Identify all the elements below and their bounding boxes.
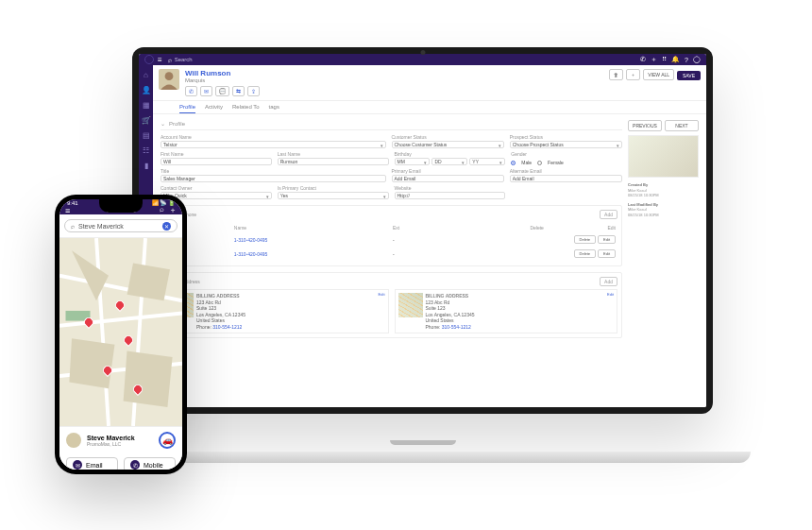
bell-icon[interactable]: 🔔 xyxy=(671,56,680,63)
contact-name: Will Rumson xyxy=(185,69,260,77)
phone-mobile-button[interactable]: ✆ Mobile xyxy=(124,457,176,470)
phone-delete-button[interactable]: Delete xyxy=(574,235,597,244)
previous-button[interactable]: PREVIOUS xyxy=(628,120,662,131)
gender-label: Gender xyxy=(511,151,622,157)
phone-number-link[interactable]: 1-310-420-0495 xyxy=(234,248,391,260)
search-icon[interactable]: ⌕ xyxy=(168,57,172,63)
map-pin-icon[interactable] xyxy=(124,335,133,345)
menu-icon[interactable]: ≡ xyxy=(158,56,162,64)
phone-delete-button[interactable]: Delete xyxy=(574,249,597,258)
prospect-status-select[interactable]: Choose Prospect Status xyxy=(510,141,622,148)
laptop-device: ≡ ⌕ Search ✆ ＋ ⠿ 🔔 ? ◯ ⌂ 👤 xyxy=(132,47,713,452)
map-pin-icon[interactable] xyxy=(133,385,143,394)
action-call-icon[interactable]: ✆ xyxy=(185,86,197,96)
first-name-input[interactable]: Will xyxy=(161,158,272,165)
created-by-label: Created By xyxy=(628,182,648,187)
nav-orders-icon[interactable]: 🛒 xyxy=(142,116,151,125)
phone-number-link[interactable]: 1-310-420-0495 xyxy=(234,233,391,246)
email-label: Email xyxy=(86,462,103,469)
profile-section-header[interactable]: ⌄ Profile xyxy=(161,120,622,130)
col-edit: Edit xyxy=(546,224,616,231)
delete-icon[interactable]: 🗑 xyxy=(609,69,623,80)
action-mail-icon[interactable]: ✉ xyxy=(200,86,212,96)
birthday-label: Birthday xyxy=(395,151,506,157)
birthday-mm[interactable]: MM xyxy=(395,158,431,165)
nav-reports-icon[interactable]: ▮ xyxy=(144,162,148,170)
phone-menu-icon[interactable]: ≡ xyxy=(65,206,70,215)
primary-email-input[interactable]: Add Email xyxy=(392,175,504,182)
laptop-bezel: ≡ ⌕ Search ✆ ＋ ⠿ 🔔 ? ◯ ⌂ 👤 xyxy=(132,47,713,414)
add-button[interactable]: ＋ xyxy=(626,69,640,80)
mail-icon: ✉ xyxy=(73,460,82,470)
viewall-button[interactable]: VIEW ALL xyxy=(643,69,674,80)
phone-icon: ✆ xyxy=(130,460,140,470)
table-row: Mobile 1-310-420-0495 - DeleteEdit xyxy=(167,233,616,246)
gender-female-radio[interactable] xyxy=(537,161,542,165)
add-icon[interactable]: ＋ xyxy=(651,55,657,64)
tab-related[interactable]: Related To xyxy=(232,104,260,113)
map-pin-icon[interactable] xyxy=(84,317,93,327)
phone-add-icon[interactable]: ＋ xyxy=(169,205,177,215)
help-icon[interactable]: ? xyxy=(685,57,688,63)
nav-calendar-icon[interactable]: ☷ xyxy=(143,146,149,155)
phone-section: Contact Phone Add Phase Name Ext xyxy=(161,205,622,266)
app-logo-icon xyxy=(144,55,154,64)
tab-activity[interactable]: Activity xyxy=(205,104,223,113)
customer-status-select[interactable]: Choose Customer Status xyxy=(392,141,504,148)
nav-contacts-icon[interactable]: 👤 xyxy=(142,86,151,94)
first-name-label: First Name xyxy=(161,151,272,157)
phone-edit-button[interactable]: Edit xyxy=(598,235,616,244)
nav-accounts-icon[interactable]: ▦ xyxy=(143,101,150,110)
title-input[interactable]: Sales Manager xyxy=(161,175,386,182)
laptop-screen: ≡ ⌕ Search ✆ ＋ ⠿ 🔔 ? ◯ ⌂ 👤 xyxy=(139,54,706,407)
account-name-select[interactable]: Telstor xyxy=(161,141,386,148)
address-phone-link[interactable]: 310-554-1212 xyxy=(212,324,242,330)
birthday-dd[interactable]: DD xyxy=(431,158,467,165)
phone-email-button[interactable]: ✉ Email xyxy=(66,457,118,470)
nav-files-icon[interactable]: ▤ xyxy=(143,131,150,140)
prospect-status-label: Prospect Status xyxy=(510,134,622,140)
modified-by-label: Last Modified By xyxy=(628,202,658,207)
next-button[interactable]: NEXT xyxy=(665,120,699,131)
directions-fab-icon[interactable]: 🚗 xyxy=(159,432,176,449)
action-chat-icon[interactable]: 💬 xyxy=(215,86,229,96)
address-phone-link[interactable]: 310-554-1212 xyxy=(442,324,471,330)
contact-owner-label: Contact Owner xyxy=(161,185,272,191)
address-add-button[interactable]: Add xyxy=(600,277,617,286)
is-primary-select[interactable]: Yes xyxy=(278,192,389,199)
tab-profile[interactable]: Profile xyxy=(179,104,195,113)
address-edit-link[interactable]: Edit xyxy=(379,292,385,297)
tabs: Profile Activity Related To tags xyxy=(153,101,706,114)
alternate-email-input[interactable]: Add Email xyxy=(510,175,622,182)
phone-search-icon[interactable]: ⌕ xyxy=(160,205,164,215)
phone-search-bar: ⌕ Steve Maverick ✕ xyxy=(59,214,182,238)
map-pin-icon[interactable] xyxy=(103,366,112,375)
birthday-yy[interactable]: YY xyxy=(469,158,505,165)
website-input[interactable]: Http:// xyxy=(395,192,506,199)
phone-map[interactable] xyxy=(59,238,182,426)
action-share-icon[interactable]: ⇪ xyxy=(247,86,260,96)
gender-male-radio[interactable] xyxy=(511,161,516,165)
action-transfer-icon[interactable]: ⇆ xyxy=(232,86,245,96)
apps-icon[interactable]: ⠿ xyxy=(662,56,667,63)
phone-edit-button[interactable]: Edit xyxy=(598,249,616,258)
dial-icon[interactable]: ✆ xyxy=(640,56,646,63)
phone-contact-row[interactable]: Steve Maverick PromoMax, LLC 🚗 xyxy=(59,427,182,453)
phone-search-input[interactable]: ⌕ Steve Maverick ✕ xyxy=(64,219,178,232)
clear-search-icon[interactable]: ✕ xyxy=(162,222,171,231)
side-panel: PREVIOUS NEXT Created By Mike Kasul 08/2… xyxy=(628,120,699,402)
address-edit-link[interactable]: Edit xyxy=(607,292,614,297)
user-icon[interactable]: ◯ xyxy=(693,56,701,63)
address-card: Edit BILLING ADDRESS 123 Abc Rd Suite 12… xyxy=(165,289,389,333)
app-topbar: ≡ ⌕ Search ✆ ＋ ⠿ 🔔 ? ◯ xyxy=(139,54,706,65)
website-label: Website xyxy=(395,185,506,191)
search-input[interactable]: Search xyxy=(175,57,640,62)
last-name-input[interactable]: Rumson xyxy=(278,158,389,165)
map-pin-icon[interactable] xyxy=(115,300,125,310)
camera-icon xyxy=(420,50,425,55)
nav-home-icon[interactable]: ⌂ xyxy=(144,71,148,79)
phone-add-button[interactable]: Add xyxy=(600,210,617,219)
tab-tags[interactable]: tags xyxy=(269,104,279,113)
address-type: BILLING ADDRESS xyxy=(426,293,475,299)
save-button[interactable]: SAVE xyxy=(677,71,701,80)
